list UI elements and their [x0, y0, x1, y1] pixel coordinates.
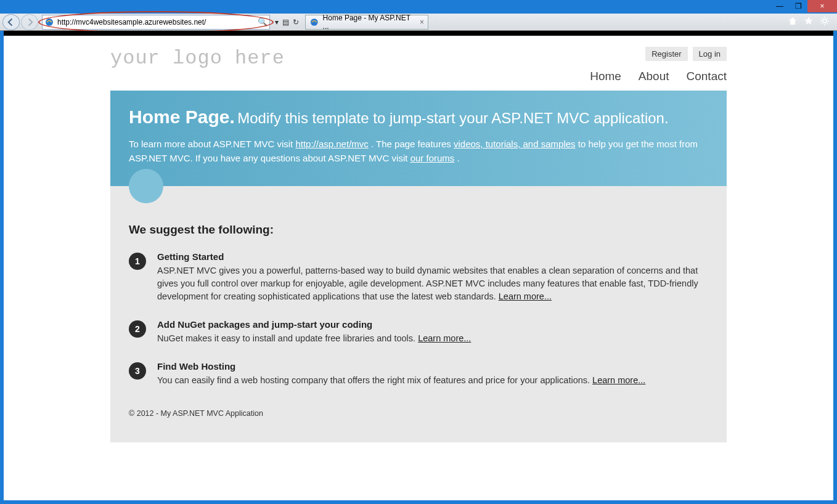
address-input[interactable]	[42, 15, 270, 30]
minimize-button[interactable]: —	[770, 0, 789, 12]
step-title: Find Web Hosting	[157, 361, 645, 372]
learn-more-link[interactable]: Learn more...	[592, 375, 645, 385]
svg-point-0	[46, 18, 53, 26]
suggestion-item: 3 Find Web Hosting You can easily find a…	[129, 361, 708, 387]
tab-favicon-icon	[309, 17, 319, 27]
suggestion-item: 1 Getting Started ASP.NET MVC gives you …	[129, 251, 708, 303]
hero-title: Home Page.	[129, 107, 235, 127]
content-area: We suggest the following: 1 Getting Star…	[110, 186, 727, 442]
step-title: Add NuGet packages and jump-start your c…	[157, 319, 471, 330]
hero-paragraph: To learn more about ASP.NET MVC visit ht…	[129, 137, 708, 165]
hero-bump-decoration	[129, 169, 163, 203]
search-icon[interactable]: 🔍	[258, 17, 267, 26]
browser-tab[interactable]: Home Page - My ASP.NET ... ×	[305, 15, 428, 30]
hero-text-1: To learn more about ASP.NET MVC visit	[129, 139, 295, 149]
step-number-badge: 3	[129, 362, 146, 380]
nav-home[interactable]: Home	[590, 70, 621, 83]
window-titlebar: — ❐ ×	[0, 0, 837, 14]
hero-text-2: . The page features	[371, 139, 454, 149]
step-number-badge: 2	[129, 320, 146, 338]
step-number-badge: 1	[129, 253, 146, 270]
learn-more-link[interactable]: Learn more...	[418, 333, 471, 343]
address-bar-wrap: 🔍	[42, 15, 270, 30]
browser-toolbar: 🔍 ▾ ▤ ↻ Home Page - My ASP.NET ... ×	[0, 14, 837, 31]
top-stripe	[4, 31, 833, 36]
page-viewport: your logo here Register Log in Home Abou…	[4, 31, 833, 500]
hero-text-4: .	[457, 153, 460, 163]
learn-more-link[interactable]: Learn more...	[499, 291, 552, 301]
site-header: your logo here Register Log in Home Abou…	[110, 36, 727, 91]
close-button[interactable]: ×	[807, 0, 837, 12]
nav-contact[interactable]: Contact	[687, 70, 727, 83]
nav-about[interactable]: About	[639, 70, 669, 83]
tab-close-icon[interactable]: ×	[420, 18, 424, 26]
favorites-icon[interactable]	[804, 16, 814, 28]
site-logo: your logo here	[110, 47, 285, 70]
svg-point-2	[823, 19, 827, 23]
register-link[interactable]: Register	[645, 47, 687, 61]
step-body: You can easily find a web hosting compan…	[157, 374, 645, 387]
hero-link-samples[interactable]: videos, tutorials, and samples	[454, 139, 576, 149]
hero-subtitle-text: Modify this template to jump-start your …	[237, 110, 668, 126]
suggestions-heading: We suggest the following:	[129, 223, 708, 237]
back-button[interactable]	[2, 14, 20, 30]
hero-link-mvc[interactable]: http://asp.net/mvc	[295, 139, 368, 149]
refresh-icon[interactable]: ↻	[293, 18, 299, 26]
restore-button[interactable]: ❐	[789, 0, 807, 12]
compat-view-icon[interactable]: ▤	[282, 18, 289, 26]
ie-favicon-icon	[44, 17, 54, 27]
home-icon[interactable]	[788, 16, 798, 28]
tools-icon[interactable]	[820, 16, 830, 28]
step-title: Getting Started	[157, 251, 708, 262]
hero-link-forums[interactable]: our forums	[410, 153, 455, 163]
step-body: NuGet makes it easy to install and updat…	[157, 332, 471, 345]
suggestion-item: 2 Add NuGet packages and jump-start your…	[129, 319, 708, 345]
footer-text: © 2012 - My ASP.NET MVC Application	[129, 409, 708, 418]
svg-point-1	[311, 18, 318, 26]
login-link[interactable]: Log in	[693, 47, 727, 61]
forward-button[interactable]	[21, 14, 38, 30]
tab-title: Home Page - My ASP.NET ...	[323, 14, 416, 31]
main-nav: Home About Contact	[590, 70, 727, 83]
dropdown-icon[interactable]: ▾	[275, 18, 279, 26]
hero-banner: Home Page. Modify this template to jump-…	[110, 91, 727, 186]
step-body: ASP.NET MVC gives you a powerful, patter…	[157, 264, 708, 303]
